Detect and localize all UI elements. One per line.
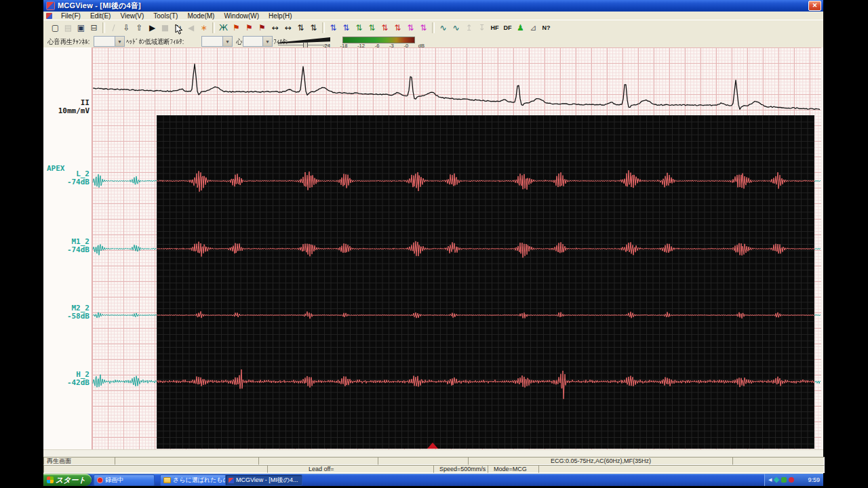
tray-chevron-icon[interactable]: ◀ [768,477,772,483]
task-label: MCGView - [MI後の4... [236,476,298,485]
window-title: MCGView - [MI後の4音] [58,1,808,11]
chevron-down-icon[interactable]: ▼ [115,37,124,46]
title-bar: MCGView - [MI後の4音] ✕ [43,0,823,12]
status-empty-3 [378,457,469,465]
status-empty-1 [115,457,260,465]
ch3-gain-up-icon[interactable]: ⇅ [378,22,391,35]
control-bar: 心音再生ﾁｬﾝﾈﾙ: ▼ ﾍｯﾄﾞﾎﾝ低域遮断ﾌｨﾙﾀ: ▼ 心音高域遮断ﾌｨﾙ… [43,35,823,48]
task-label: 録画中 [105,476,123,485]
scale-down-icon[interactable]: ⇅ [307,22,320,35]
task-mcgview[interactable]: MCGView - [MI後の4... [225,474,302,486]
status-empty-2 [258,457,379,465]
menu-item[interactable]: Window(W) [219,12,264,20]
smooth-up-icon[interactable]: ∿ [437,22,450,35]
menu-item[interactable]: Edit(E) [85,12,116,20]
mouse-cursor [175,24,184,36]
screen: MCGView - [MI後の4音] ✕ File(F)Edit(E)View(… [0,0,868,488]
waveform-viewport: II 10mm/mV APEX L_2 -74dBM1_2 -74dBM2_2 … [43,47,823,449]
taskbar: スタート 録画中 さらに選ばれたもの MCGView - [MI後の4... ◀… [43,474,823,486]
folder-icon [163,477,171,483]
new-file-icon[interactable]: ▢ [49,22,62,35]
start-label: スタート [56,475,86,485]
toolbar-separator [212,22,215,33]
tray-icon-1[interactable] [774,476,780,483]
prev-record-icon[interactable]: ⇩ [120,22,133,35]
ch1-gain-up-icon[interactable]: ⇅ [327,22,340,35]
menu-bar: File(F)Edit(E)View(V)Tools(T)Mode(M)Wind… [43,12,823,20]
highcut-filter-combo[interactable]: ▼ [243,36,273,47]
stop-icon: ■ [159,22,172,35]
menu-item[interactable]: Help(H) [264,12,296,20]
ch1-gain-down-icon[interactable]: ⇅ [340,22,353,35]
scale-up-icon[interactable]: ⇅ [294,22,307,35]
toolbar-separator [102,22,105,33]
status-row-2: Lead off= Speed=500mm/s Mode=MCG [43,465,823,473]
tray-clock: 9:59 [808,476,820,483]
windows-logo-icon [47,476,54,483]
print-icon[interactable]: ⊟ [87,22,100,35]
playback-position-marker[interactable] [427,443,438,449]
headphone-filter-label: ﾍｯﾄﾞﾎﾝ低域遮断ﾌｨﾙﾀ: [126,37,184,47]
status-empty-6 [538,465,825,473]
headphone-filter-combo[interactable]: ▼ [201,36,233,47]
ch4-gain-down-icon[interactable]: ⇅ [417,22,430,35]
playback-channel-combo[interactable]: ▼ [94,36,125,47]
ch2-gain-up-icon[interactable]: ⇅ [353,22,366,35]
next-record-icon[interactable]: ⇧ [133,22,146,35]
menu-item[interactable]: View(V) [115,12,149,20]
ch3-gain-down-icon[interactable]: ⇅ [391,22,404,35]
mdi-child-icon [46,13,52,19]
hf-filter-button[interactable]: HF [488,22,501,35]
pin-down-icon: ↧ [475,22,488,35]
task-recording[interactable]: 録画中 [94,474,155,486]
toolbar-separator [322,22,325,33]
toolbar-separator [432,22,435,33]
close-button[interactable]: ✕ [808,1,821,11]
menu-item[interactable]: Mode(M) [182,12,219,20]
expand-x-icon[interactable]: ↔ [269,22,281,35]
start-button[interactable]: スタート [43,474,92,486]
play-icon[interactable]: ▶ [146,22,159,35]
ch4-gain-up-icon[interactable]: ⇅ [404,22,417,35]
status-row-1: 再生画面 ECG:0.05-75Hz,AC(60Hz),MF(35Hz) [43,457,823,465]
chevron-down-icon[interactable]: ▼ [262,37,272,46]
flag-3-icon[interactable]: ⚑ [256,22,269,35]
cut-icon: ∕ [107,22,120,35]
status-ecg-filter: ECG:0.05-75Hz,AC(60Hz),MF(35Hz) [468,457,734,465]
tray-icon-3[interactable] [789,477,794,483]
pin-up-icon: ↥ [462,22,475,35]
df-filter-button[interactable]: DF [501,22,514,35]
status-empty-4 [732,457,825,465]
compress-x-icon[interactable]: ↔ [281,22,294,35]
open-file-icon: ▤ [62,22,75,35]
help-icon[interactable]: N? [540,22,553,35]
status-mode: Mode=MCG [488,465,545,473]
menu-items: File(F)Edit(E)View(V)Tools(T)Mode(M)Wind… [56,12,297,20]
record-icon [97,477,103,483]
mcgview-icon [229,478,234,483]
mcgview-window: MCGView - [MI後の4音] ✕ File(F)Edit(E)View(… [43,0,823,474]
task-folder[interactable]: さらに選ばれたもの [160,474,229,486]
annotate-icon[interactable]: Ж [217,22,230,35]
save-icon[interactable]: ▣ [75,22,87,35]
ch2-gain-down-icon[interactable]: ⇅ [366,22,378,35]
menu-item[interactable]: Tools(T) [149,12,182,20]
chevron-down-icon[interactable]: ▼ [222,37,232,46]
mcg-black-panel[interactable] [157,115,814,449]
mcg-red-traces [157,115,814,449]
flag-1-icon[interactable]: ⚑ [230,22,243,35]
tray-icon-2[interactable] [781,477,787,483]
smooth-down-icon[interactable]: ∿ [450,22,462,35]
flag-2-icon[interactable]: ⚑ [243,22,256,35]
event-burst-icon[interactable]: ∗ [197,22,210,35]
select-tool-icon[interactable]: ⊿ [527,22,540,35]
status-playback-screen: 再生画面 [43,457,119,465]
task-label: さらに選ばれたもの [173,476,229,485]
app-icon [46,1,55,10]
playback-channel-label: 心音再生ﾁｬﾝﾈﾙ: [47,37,90,47]
step-back-icon: ◀ [184,22,197,35]
system-tray: ◀ 9:59 [764,474,823,486]
patient-icon[interactable]: ♟ [514,22,527,35]
menu-item[interactable]: File(F) [56,12,85,20]
toolbar: ▢▤▣⊟∕⇩⇧▶■↻◀∗Ж⚑⚑⚑↔↔⇅⇅⇅⇅⇅⇅⇅⇅⇅⇅∿∿↥↧HFDF♟⊿N? [43,20,823,36]
